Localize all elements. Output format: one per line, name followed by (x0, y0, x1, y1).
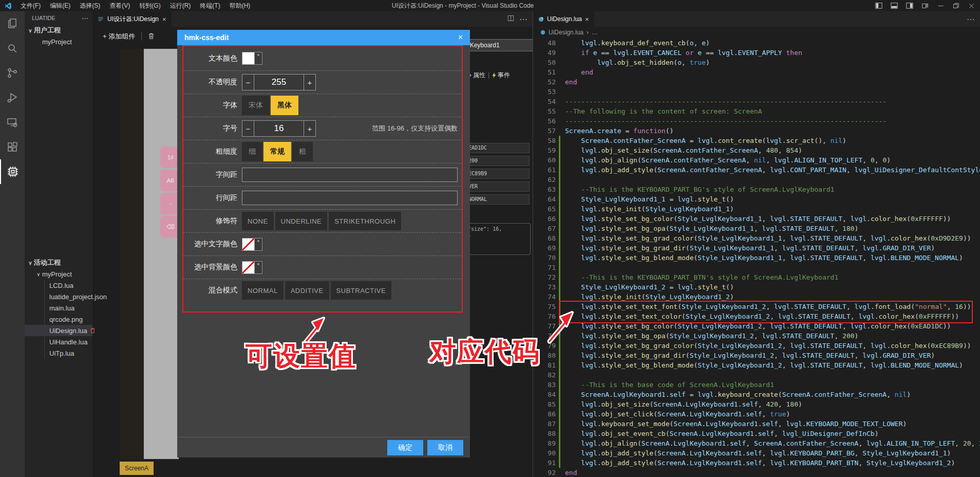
clear-color-button[interactable]: × (255, 238, 262, 251)
font-option-heiti[interactable]: 黑体 (271, 96, 298, 115)
selected-bg-color-swatch[interactable] (242, 261, 255, 274)
menu-item[interactable]: 终端(T) (195, 0, 224, 11)
menu-item[interactable]: 编辑(E) (45, 0, 75, 11)
prop-value-field[interactable]: EAD1DC (466, 143, 530, 153)
menu-item[interactable]: 选择(S) (75, 0, 105, 11)
file-item-luatide_project.json[interactable]: luatide_project.json (25, 291, 92, 302)
prop-value-field[interactable]: 200 (466, 156, 530, 166)
close-window-button[interactable] (964, 0, 979, 11)
font-size-value[interactable]: 16 (254, 120, 304, 137)
letter-spacing-input[interactable] (242, 168, 458, 182)
code-area[interactable]: 48 lvgl.keyboard_def_event_cb(o, e)49 if… (533, 38, 980, 477)
delete-file-icon[interactable] (90, 327, 96, 334)
editor-group-divider[interactable] (533, 11, 533, 477)
line-number: 58 (533, 136, 556, 145)
blend-additive-button[interactable]: ADDITIVE (285, 281, 329, 300)
decorator-strikethrough-button[interactable]: STRIKETHROUGH (329, 212, 401, 230)
file-item-UiDesign.lua[interactable]: UiDesign.lua (25, 325, 92, 336)
menu-item[interactable]: 帮助(H) (225, 0, 255, 11)
line-number: 53 (533, 87, 556, 97)
dialog-titlebar[interactable]: hmk-css-edit × (177, 30, 470, 45)
file-item-main.lua[interactable]: main.lua (25, 302, 92, 314)
close-tab-icon[interactable]: × (585, 15, 589, 23)
menu-item[interactable]: 查看(V) (105, 0, 135, 11)
selected-text-color-swatch[interactable] (242, 238, 255, 251)
tab-ui-designer[interactable]: UI设计器:UiDesign × (92, 11, 172, 27)
close-tab-icon[interactable]: × (162, 15, 166, 23)
active-project-item[interactable]: ∨ myProject (25, 268, 92, 280)
ok-button[interactable]: 确定 (387, 440, 423, 455)
opacity-increment-button[interactable]: + (304, 74, 316, 90)
blend-subtractive-button[interactable]: SUBTRACTIVE (331, 281, 392, 300)
prop-value-field[interactable]: EC89B9 (466, 169, 530, 179)
screen-preview[interactable] (144, 49, 179, 459)
layout-panel-icon[interactable] (887, 0, 902, 11)
file-item-UiHandle.lua[interactable]: UiHandle.lua (25, 336, 92, 347)
editor-more-icon[interactable]: ⋯ (519, 14, 527, 24)
screen-tab[interactable]: ScreenA (120, 462, 154, 475)
designer-tabbar: UI设计器:UiDesign × ⋯ (92, 11, 533, 27)
search-icon[interactable] (0, 36, 25, 61)
text-color-swatch[interactable] (242, 52, 255, 65)
section-active-project[interactable]: ∨ 活动工程 (25, 257, 92, 268)
code-line: 54--------------------------------------… (533, 97, 980, 106)
weight-option-bold[interactable]: 粗 (292, 142, 313, 161)
explorer-icon[interactable] (0, 11, 25, 36)
clear-color-button[interactable]: × (255, 261, 262, 274)
user-project-item[interactable]: myProject (25, 36, 92, 47)
prop-value-field[interactable]: VER (466, 181, 530, 192)
code-line: 89 lvgl.obj_align(ScreenA.LvglKeyboard1.… (533, 438, 980, 448)
add-component-button[interactable]: + 添加组件 (103, 32, 135, 41)
font-option-songti[interactable]: 宋体 (242, 96, 270, 115)
opacity-value[interactable]: 255 (254, 74, 304, 90)
row-line-spacing: 行间距 (183, 187, 462, 210)
line-spacing-input[interactable] (242, 191, 458, 205)
line-number: 73 (533, 282, 556, 292)
menu-item[interactable]: 文件(F) (16, 0, 45, 11)
dialog-footer: 确定 取消 (177, 437, 470, 457)
editor-more-icon[interactable]: ⋯ (967, 14, 980, 24)
decorator-none-button[interactable]: NONE (242, 212, 274, 230)
sidebar-more-icon[interactable]: ⋯ (82, 14, 88, 22)
menu-item[interactable]: 运行(R) (165, 0, 196, 11)
source-control-icon[interactable] (0, 61, 25, 85)
toolbar-divider (141, 32, 142, 41)
tab-uidesign-lua[interactable]: UiDesign.lua × (533, 11, 594, 27)
split-editor-icon[interactable] (507, 14, 514, 24)
remote-explorer-icon[interactable] (0, 110, 25, 135)
blend-normal-button[interactable]: NORMAL (242, 281, 284, 300)
layout-sidebar-left-icon[interactable] (871, 0, 887, 11)
size-increment-button[interactable]: + (304, 120, 316, 137)
code-line: 86 lvgl.obj_set_click(ScreenA.LvglKeyboa… (533, 409, 980, 419)
luatide-chip-icon[interactable] (0, 159, 25, 184)
prop-value-field[interactable]: NORMAL (466, 194, 530, 205)
component-name-field[interactable]: lKeyboard1 (465, 39, 533, 51)
opacity-decrement-button[interactable]: − (242, 74, 254, 90)
section-user-project[interactable]: ∨ 用户工程 (25, 25, 92, 36)
layout-sidebar-right-icon[interactable] (902, 0, 917, 11)
file-item-LCD.lua[interactable]: LCD.lua (25, 280, 92, 291)
breadcrumb[interactable]: UiDesign.lua › … (533, 27, 980, 38)
breadcrumb-chevron-icon: › (587, 29, 589, 36)
delete-component-icon[interactable] (148, 32, 155, 41)
cancel-button[interactable]: 取消 (427, 440, 463, 455)
activity-bar (0, 11, 25, 477)
extensions-icon[interactable] (0, 135, 25, 159)
size-decrement-button[interactable]: − (242, 120, 254, 137)
file-item-UiTp.lua[interactable]: UiTp.lua (25, 347, 92, 359)
dialog-close-icon[interactable]: × (458, 33, 463, 42)
clear-color-button[interactable]: × (255, 52, 262, 65)
line-number: 89 (533, 438, 556, 448)
menu-item[interactable]: 转到(G) (135, 0, 165, 11)
weight-option-regular[interactable]: 常规 (263, 142, 291, 161)
file-item-qrcode.png[interactable]: qrcode.png (25, 314, 92, 325)
minimize-button[interactable] (933, 0, 948, 11)
tab-events[interactable]: 事件 (492, 71, 510, 80)
annotation-settable-values: 可设置值 (246, 338, 356, 374)
customize-layout-icon[interactable] (917, 0, 933, 11)
run-debug-icon[interactable] (0, 85, 25, 110)
restore-button[interactable] (948, 0, 964, 11)
weight-option-thin[interactable]: 细 (242, 142, 262, 161)
decorator-underline-button[interactable]: UNDERLINE (275, 212, 328, 230)
row-font: 字体 宋体 黑体 (183, 94, 462, 117)
